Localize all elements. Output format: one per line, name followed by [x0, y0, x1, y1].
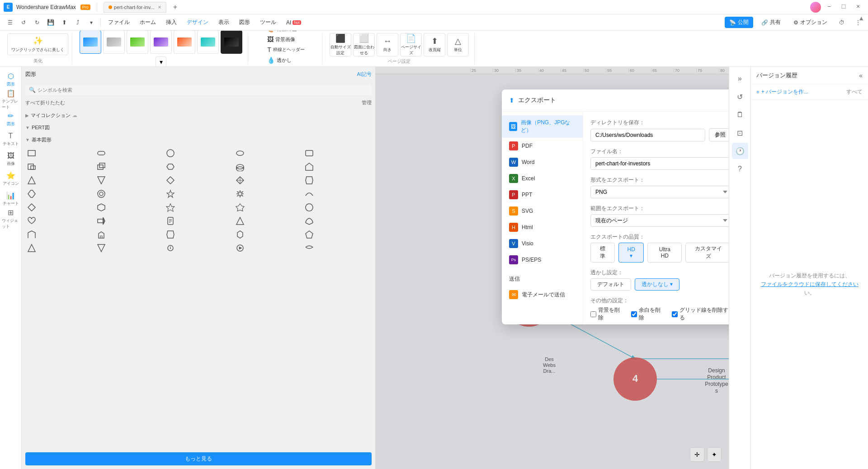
tab-close-icon[interactable]: ×: [158, 4, 161, 10]
shape-item[interactable]: [303, 188, 316, 200]
shape-item[interactable]: [164, 188, 177, 200]
export-menu-ppt[interactable]: P PPT: [502, 187, 583, 203]
shape-item[interactable]: [303, 147, 316, 159]
shape-item[interactable]: [234, 147, 246, 159]
fit-page-btn[interactable]: ⬜ 図面に合わせる: [353, 33, 375, 56]
minimize-btn[interactable]: −: [823, 2, 835, 11]
add-tab-btn[interactable]: +: [170, 2, 181, 13]
shape-item[interactable]: [234, 215, 246, 227]
send-email-item[interactable]: ✉ 電子メールで送信: [502, 286, 583, 303]
title-header-btn[interactable]: T 枠線とヘッダー: [264, 45, 307, 54]
browse-btn[interactable]: 参照: [709, 128, 729, 141]
left-icon-text[interactable]: T テキスト: [2, 130, 20, 148]
all-versions-btn[interactable]: すべて: [846, 88, 863, 96]
orientation-btn[interactable]: ↔ 向き: [377, 33, 398, 56]
shape-item[interactable]: [234, 201, 246, 214]
create-version-btn[interactable]: + + バージョンを作...: [756, 88, 808, 96]
menu-item-home[interactable]: ホーム: [135, 17, 160, 28]
publish-btn[interactable]: 📡 公開: [725, 17, 753, 28]
quality-uhd-btn[interactable]: Ultra HD: [647, 243, 682, 263]
quality-standard-btn[interactable]: 標準: [590, 243, 615, 263]
shape-item[interactable]: [25, 147, 38, 159]
quality-custom-btn[interactable]: カスタマイズ: [685, 243, 729, 263]
grid-remove-check[interactable]: グリッド線を削除する: [672, 306, 729, 322]
shape-item[interactable]: [303, 201, 316, 214]
options-btn[interactable]: ⚙ オプション: [789, 17, 832, 28]
tab-main[interactable]: pert-chart-for-inv... ×: [104, 2, 166, 13]
menu-toggle-btn[interactable]: ☰: [4, 16, 16, 29]
menu-item-tools[interactable]: ツール: [255, 17, 281, 28]
shape-item[interactable]: [25, 188, 38, 200]
shape-item[interactable]: [164, 215, 177, 227]
shape-item[interactable]: [95, 160, 108, 173]
maximize-btn[interactable]: □: [837, 2, 850, 11]
redo-btn[interactable]: ↻: [31, 16, 43, 29]
margin-remove-checkbox[interactable]: [631, 311, 637, 317]
shape-item[interactable]: [303, 242, 316, 254]
format-select[interactable]: PNG JPG BMP TIFF GIF: [590, 186, 729, 198]
shape-item[interactable]: [95, 242, 108, 254]
ribbon-expand-btn[interactable]: ▲: [854, 31, 868, 36]
auto-size-btn[interactable]: ⬛ 自動サイズ設定: [330, 33, 351, 56]
bg-remove-check[interactable]: 背景を削除: [590, 306, 624, 322]
shape-item[interactable]: [95, 174, 108, 187]
unit-btn[interactable]: △ 単位: [447, 33, 469, 56]
shape-item[interactable]: [164, 242, 177, 254]
more-styles-btn[interactable]: ▾: [156, 56, 166, 67]
menu-item-ai[interactable]: AI hot: [282, 18, 306, 28]
export-menu-pseps[interactable]: Ps PS/EPS: [502, 252, 583, 268]
version-collapse-btn[interactable]: «: [859, 72, 863, 79]
shape-item[interactable]: [234, 188, 246, 200]
bg-remove-checkbox[interactable]: [590, 311, 596, 317]
save-btn[interactable]: 💾: [44, 16, 57, 29]
left-icon-chart[interactable]: 📊 チャート: [2, 190, 20, 208]
left-icon-draw[interactable]: ✏ 図形: [2, 110, 20, 128]
watermark-default-btn[interactable]: デフォルト: [590, 278, 631, 291]
right-icon-preview[interactable]: ⊡: [732, 125, 748, 141]
watermark-none-btn[interactable]: 透かしなし ▾: [635, 278, 679, 291]
collapse-all-btn[interactable]: すべて折りたたむ: [25, 99, 65, 106]
menu-item-design[interactable]: デザイン: [182, 17, 213, 28]
my-collection-header[interactable]: ▶ マイコレクション ☁: [24, 110, 373, 121]
cloud-save-link[interactable]: ファイルをクラウドに保存してください: [761, 280, 859, 289]
right-icon-format[interactable]: 🗒: [732, 107, 748, 123]
style-btn-5[interactable]: [174, 31, 195, 54]
grid-remove-checkbox[interactable]: [672, 311, 678, 317]
filename-input[interactable]: [590, 157, 729, 170]
export-menu-visio[interactable]: V Visio: [502, 235, 583, 252]
shape-item[interactable]: [95, 147, 108, 159]
left-icon-image[interactable]: 🖼 画像: [2, 150, 20, 168]
bg-color-btn[interactable]: 🎨 背景の色: [264, 31, 307, 33]
left-icon-template[interactable]: 📋 テンプレート: [2, 90, 20, 108]
more-shapes-btn[interactable]: もっと見る: [25, 452, 372, 465]
export-menu-svg[interactable]: S SVG: [502, 203, 583, 219]
menu-item-view[interactable]: 表示: [214, 17, 234, 28]
shape-item[interactable]: [303, 228, 316, 241]
export-menu-html[interactable]: H Html: [502, 219, 583, 235]
export-menu-pdf[interactable]: P PDF: [502, 138, 583, 154]
left-icon-icon[interactable]: ⭐ アイコン: [2, 170, 20, 188]
menu-item-file[interactable]: ファイル: [104, 17, 134, 28]
export-menu-image[interactable]: 🖼 画像（PNG、JPGなど）: [502, 115, 583, 138]
shape-item[interactable]: [95, 228, 108, 241]
export-icon-btn[interactable]: ⬆: [58, 16, 71, 29]
right-icon-history[interactable]: ↺: [732, 89, 748, 105]
help-btn[interactable]: ⏱: [835, 16, 848, 29]
search-input[interactable]: [38, 87, 368, 93]
shape-item[interactable]: [164, 228, 177, 241]
page-size-btn[interactable]: 📄 ページサイズ: [400, 33, 422, 56]
shape-item[interactable]: [164, 174, 177, 187]
shape-item[interactable]: [303, 160, 316, 173]
shape-item[interactable]: [95, 188, 108, 200]
shape-item[interactable]: [234, 228, 246, 241]
shape-item[interactable]: [95, 201, 108, 214]
shape-item[interactable]: [25, 160, 38, 173]
shape-item[interactable]: [25, 228, 38, 241]
bg-image-btn[interactable]: 🖼 背景画像: [264, 35, 307, 44]
style-btn-3[interactable]: [127, 31, 148, 54]
page-break-btn[interactable]: ⬆ 改頁縦: [424, 33, 445, 56]
share-btn[interactable]: 🔗 共有: [757, 17, 785, 28]
shape-item[interactable]: [95, 215, 108, 227]
shape-item[interactable]: [164, 160, 177, 173]
shape-item[interactable]: [164, 147, 177, 159]
